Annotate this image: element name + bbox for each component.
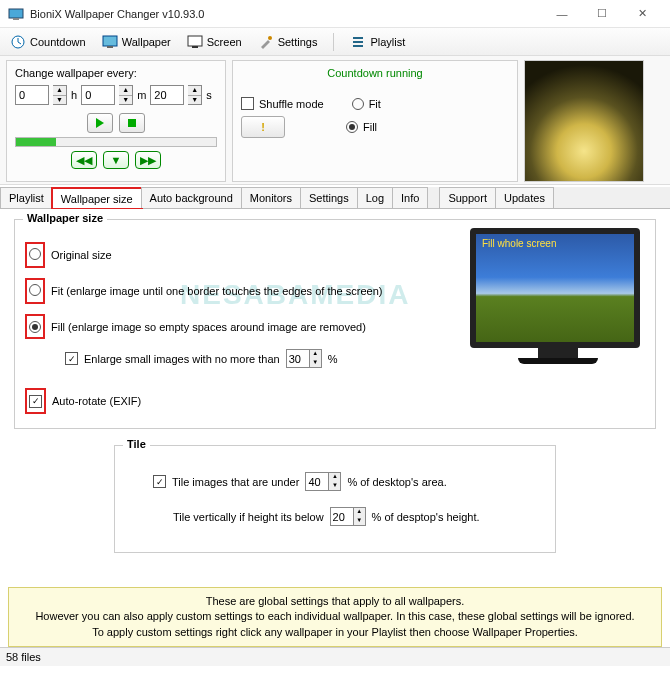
fill-radio[interactable] <box>346 121 358 133</box>
tile-checkbox[interactable]: ✓ <box>153 475 166 488</box>
minimize-button[interactable]: — <box>542 2 582 26</box>
interval-panel: Change wallpaper every: 0▲▼ h 0▲▼ m 20▲▼… <box>6 60 226 182</box>
tile-height-value[interactable]: ▲▼ <box>330 507 366 526</box>
tab-support[interactable]: Support <box>439 187 496 208</box>
window-title: BioniX Wallpaper Changer v10.93.0 <box>30 8 542 20</box>
fill-size-radio[interactable] <box>29 321 41 333</box>
close-button[interactable]: ✕ <box>622 2 662 26</box>
tab-auto-background[interactable]: Auto background <box>141 187 242 208</box>
svg-rect-6 <box>192 46 198 48</box>
svg-rect-8 <box>128 119 136 127</box>
minutes-spin[interactable]: ▲▼ <box>119 85 133 105</box>
seconds-spin[interactable]: ▲▼ <box>188 85 202 105</box>
toolbar-screen[interactable]: Screen <box>183 32 246 52</box>
countdown-status: Countdown running <box>241 67 509 79</box>
minutes-input[interactable]: 0 <box>81 85 115 105</box>
tab-monitors[interactable]: Monitors <box>241 187 301 208</box>
info-banner: These are global settings that apply to … <box>8 587 662 647</box>
preview-thumbnail <box>524 60 644 182</box>
play-button[interactable] <box>87 113 113 133</box>
file-count: 58 files <box>6 651 41 663</box>
clock-icon <box>10 34 26 50</box>
prev-button[interactable]: ◀◀ <box>71 151 97 169</box>
app-icon <box>8 6 24 22</box>
original-radio[interactable] <box>29 248 41 260</box>
svg-rect-3 <box>103 36 117 46</box>
list-icon <box>350 34 366 50</box>
tab-updates[interactable]: Updates <box>495 187 554 208</box>
hours-spin[interactable]: ▲▼ <box>53 85 67 105</box>
tab-wallpaper-size[interactable]: Wallpaper size <box>52 188 142 209</box>
monitor-icon <box>102 34 118 50</box>
toolbar-wallpaper[interactable]: Wallpaper <box>98 32 175 52</box>
hours-input[interactable]: 0 <box>15 85 49 105</box>
next-button[interactable]: ▶▶ <box>135 151 161 169</box>
tab-settings[interactable]: Settings <box>300 187 358 208</box>
tile-area-value[interactable]: ▲▼ <box>305 472 341 491</box>
tile-group: Tile ✓ Tile images that are under ▲▼ % o… <box>114 445 556 553</box>
tab-bar: Playlist Wallpaper size Auto background … <box>0 187 670 209</box>
preview-monitor: Fill whole screen <box>470 228 645 364</box>
seconds-input[interactable]: 20 <box>150 85 184 105</box>
separator <box>333 33 334 51</box>
fit-size-radio[interactable] <box>29 284 41 296</box>
alert-button[interactable]: ! <box>241 116 285 138</box>
down-button[interactable]: ▼ <box>103 151 129 169</box>
interval-label: Change wallpaper every: <box>15 67 217 79</box>
svg-rect-5 <box>188 36 202 46</box>
countdown-panel: Countdown running Shuffle mode Fit ! Fil… <box>232 60 518 182</box>
shuffle-checkbox[interactable] <box>241 97 254 110</box>
tab-info[interactable]: Info <box>392 187 428 208</box>
svg-rect-1 <box>13 18 19 20</box>
group-title: Wallpaper size <box>23 212 107 224</box>
enlarge-checkbox[interactable]: ✓ <box>65 352 78 365</box>
svg-rect-4 <box>107 46 113 48</box>
fit-radio[interactable] <box>352 98 364 110</box>
tab-log[interactable]: Log <box>357 187 393 208</box>
toolbar-countdown[interactable]: Countdown <box>6 32 90 52</box>
stop-button[interactable] <box>119 113 145 133</box>
auto-rotate-checkbox[interactable]: ✓ <box>29 395 42 408</box>
screen-icon <box>187 34 203 50</box>
svg-rect-0 <box>9 9 23 18</box>
toolbar-playlist[interactable]: Playlist <box>346 32 409 52</box>
maximize-button[interactable]: ☐ <box>582 2 622 26</box>
tab-playlist[interactable]: Playlist <box>0 187 53 208</box>
svg-point-7 <box>268 36 272 40</box>
tools-icon <box>258 34 274 50</box>
wallpaper-size-group: Wallpaper size Fill whole screen Origina… <box>14 219 656 429</box>
status-bar: 58 files <box>0 647 670 666</box>
progress-bar <box>15 137 217 147</box>
enlarge-value[interactable]: ▲▼ <box>286 349 322 368</box>
toolbar-settings[interactable]: Settings <box>254 32 322 52</box>
